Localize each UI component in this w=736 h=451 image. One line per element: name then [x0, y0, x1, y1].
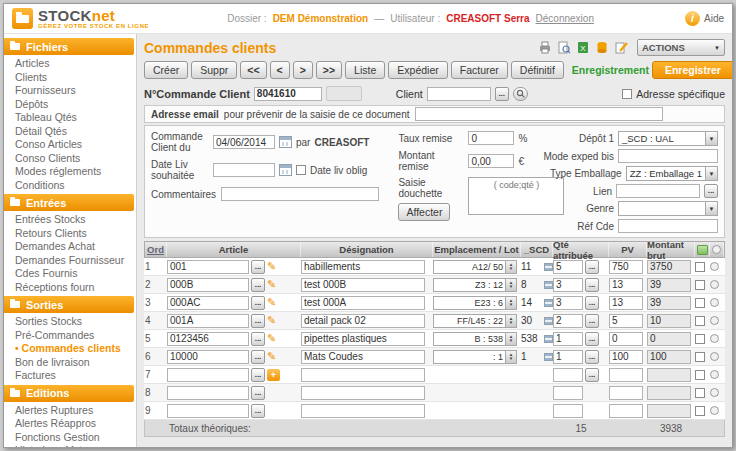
line-checkbox[interactable] [695, 388, 705, 398]
line-checkbox[interactable] [695, 298, 705, 308]
qte-input[interactable] [553, 260, 583, 274]
sidebar-item-conso-clients[interactable]: Conso Clients [4, 152, 134, 166]
qte-browse-button[interactable]: ... [585, 260, 599, 274]
qte-input[interactable] [553, 332, 583, 346]
pv-input[interactable] [609, 404, 643, 418]
sidebar-item-demandes-achat[interactable]: Demandes Achat [4, 240, 134, 254]
sidebar-item-detail-qtes[interactable]: Détail Qtés [4, 125, 134, 139]
qte-browse-button[interactable]: ... [585, 350, 599, 364]
sidebar-item-fonctions-gestion[interactable]: Fonctions Gestion [4, 431, 134, 445]
sidebar-item-depots[interactable]: Dépôts [4, 98, 134, 112]
genre-select[interactable]: ▼ [618, 201, 718, 216]
header-status-icon[interactable] [712, 245, 721, 254]
designation-input[interactable] [301, 332, 425, 346]
adresse-specifique-checkbox[interactable] [622, 89, 632, 99]
qte-browse-button[interactable]: ... [585, 278, 599, 292]
emplacement-combo[interactable]: E23 : 6▲▼ [433, 296, 517, 310]
qte-input[interactable] [553, 278, 583, 292]
qte-browse-button[interactable]: ... [585, 368, 599, 382]
suppr-button[interactable]: Suppr [191, 61, 237, 79]
email-input[interactable] [415, 107, 663, 121]
sidebar-item-conso-articles[interactable]: Conso Articles [4, 138, 134, 152]
line-checkbox[interactable] [695, 334, 705, 344]
ref-cde-input[interactable] [618, 219, 718, 233]
sidebar-item-cdes-fournis[interactable]: Cdes Fournis [4, 267, 134, 281]
qte-input[interactable] [553, 296, 583, 310]
article-input[interactable] [167, 350, 249, 364]
affecter-button[interactable]: Affecter [398, 203, 450, 221]
lien-browse-button[interactable]: ... [704, 184, 718, 198]
line-status-icon[interactable] [710, 262, 719, 271]
sidebar-item-articles[interactable]: Articles [4, 57, 134, 71]
excel-export-icon[interactable]: X [575, 41, 590, 55]
edit-pencil-icon[interactable]: ✎ [267, 333, 276, 344]
logout-link[interactable]: Déconnexion [536, 13, 594, 24]
sidebar-item-fournisseurs[interactable]: Fournisseurs [4, 84, 134, 98]
qte-browse-button[interactable]: ... [585, 332, 599, 346]
qte-input[interactable] [553, 368, 583, 382]
article-input[interactable] [167, 386, 249, 400]
line-checkbox[interactable] [695, 280, 705, 290]
article-browse-button[interactable]: ... [251, 260, 265, 274]
actions-dropdown[interactable]: ACTIONS ▼ [637, 39, 725, 56]
expedier-button[interactable]: Expédier [388, 61, 447, 79]
edit-pencil-icon[interactable]: ✎ [267, 261, 276, 272]
qte-input[interactable] [553, 386, 583, 400]
lien-input[interactable] [616, 184, 700, 198]
sidebar-section-editions[interactable]: Editions [4, 385, 134, 402]
article-browse-button[interactable]: ... [251, 350, 265, 364]
line-status-icon[interactable] [710, 298, 719, 307]
article-input[interactable] [167, 368, 249, 382]
article-input[interactable] [167, 404, 249, 418]
preview-icon[interactable] [556, 41, 571, 55]
pv-input[interactable] [609, 368, 643, 382]
pv-input[interactable] [609, 350, 643, 364]
header-edit-all-icon[interactable] [697, 245, 708, 255]
line-status-icon[interactable] [710, 334, 719, 343]
sidebar-item-alertes-reappros[interactable]: Alertes Réappros [4, 417, 134, 431]
sidebar-item-retours-clients[interactable]: Retours Clients [4, 227, 134, 241]
sidebar-section-fichiers[interactable]: Fichiers [4, 38, 134, 55]
sidebar-item-factures[interactable]: Factures [4, 369, 134, 383]
designation-input[interactable] [301, 260, 425, 274]
article-browse-button[interactable]: ... [251, 368, 265, 382]
stock-layers-icon[interactable] [544, 353, 553, 361]
sidebar-item-alertes-ruptures[interactable]: Alertes Ruptures [4, 404, 134, 418]
article-browse-button[interactable]: ... [251, 404, 265, 418]
commande-du-input[interactable] [213, 135, 275, 149]
line-status-icon[interactable] [710, 316, 719, 325]
facturer-button[interactable]: Facturer [451, 61, 508, 79]
sidebar-section-entrees[interactable]: Entrées [4, 194, 134, 211]
sidebar-item-modes-reglements[interactable]: Modes réglements [4, 165, 134, 179]
stock-layers-icon[interactable] [544, 299, 553, 307]
sidebar-item-clients[interactable]: Clients [4, 71, 134, 85]
emplacement-combo[interactable]: B : 538▲▼ [433, 332, 517, 346]
definitif-button[interactable]: Définitif [511, 61, 564, 79]
edit-pencil-icon[interactable]: ✎ [267, 351, 276, 362]
pv-input[interactable] [609, 332, 643, 346]
stock-layers-icon[interactable] [544, 317, 553, 325]
qte-input[interactable] [553, 314, 583, 328]
pv-input[interactable] [609, 296, 643, 310]
emplacement-combo[interactable]: Z3 : 12▲▼ [433, 278, 517, 292]
print-icon[interactable] [537, 41, 552, 55]
line-status-icon[interactable] [710, 280, 719, 289]
article-input[interactable] [167, 260, 249, 274]
sidebar-item-receptions-fourn[interactable]: Réceptions fourn [4, 281, 134, 295]
edit-pencil-icon[interactable]: ✎ [267, 279, 276, 290]
line-status-icon[interactable] [710, 406, 719, 415]
commentaires-input[interactable] [221, 187, 379, 201]
pv-input[interactable] [609, 314, 643, 328]
sidebar-item-entrees-stocks[interactable]: Entrées Stocks [4, 213, 134, 227]
sidebar-item-bon-de-livraison[interactable]: Bon de livraison [4, 356, 134, 370]
line-checkbox[interactable] [695, 352, 705, 362]
article-input[interactable] [167, 278, 249, 292]
depot-select[interactable]: _SCD : UAL▼ [618, 131, 718, 146]
sidebar-item-conditions[interactable]: Conditions [4, 179, 134, 193]
stock-layers-icon[interactable] [544, 281, 553, 289]
calendar-icon[interactable] [279, 136, 292, 148]
article-browse-button[interactable]: ... [251, 314, 265, 328]
line-status-icon[interactable] [710, 370, 719, 379]
designation-input[interactable] [301, 386, 425, 400]
sidebar-item-commandes-clients[interactable]: Commandes clients [4, 342, 134, 356]
